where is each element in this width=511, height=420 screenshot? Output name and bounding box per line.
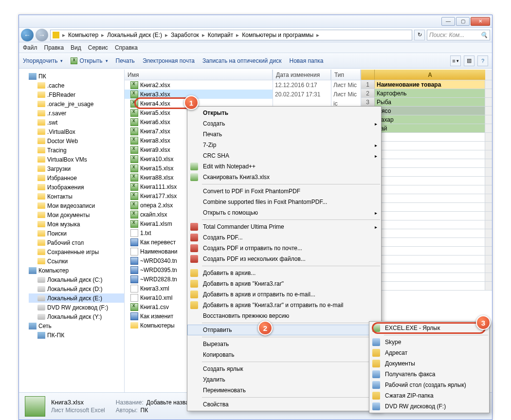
menu-help[interactable]: Справка xyxy=(115,44,138,51)
preview-cell[interactable]: Сахар xyxy=(375,115,485,124)
preview-cell[interactable] xyxy=(375,212,485,220)
menu-item[interactable]: Edit with Notepad++ xyxy=(187,161,381,172)
file-row[interactable]: Книга2.xlsx xyxy=(125,80,273,90)
tree-item[interactable]: .FBReader xyxy=(29,90,124,99)
menu-item[interactable]: Сканировать Книга3.xlsx xyxy=(187,172,381,183)
preview-cell[interactable] xyxy=(375,142,485,150)
col-type[interactable]: Тип xyxy=(331,70,361,80)
menu-item[interactable]: DVD RW дисковод (F:) xyxy=(369,401,489,412)
view-button[interactable]: ≡ xyxy=(450,55,461,66)
tree-item[interactable]: Локальный диск (C:) xyxy=(29,275,124,284)
preview-cell[interactable] xyxy=(375,194,485,202)
forward-button[interactable]: → xyxy=(36,29,48,41)
menu-item[interactable]: Combine supported files in Foxit Phantom… xyxy=(187,197,381,207)
bc-item[interactable]: Копирайт xyxy=(206,32,235,38)
menu-item[interactable]: Открыть с помощью xyxy=(187,207,381,218)
breadcrumb[interactable]: ▸ Компьютер▸ Локальный диск (E:)▸ Зарабо… xyxy=(50,30,412,40)
tree-item[interactable]: VirtualBox VMs xyxy=(29,155,124,164)
preview-cell[interactable] xyxy=(375,238,485,246)
menu-item[interactable]: Создать PDF из нескольких файлов... xyxy=(187,254,381,264)
bc-item[interactable]: Компьютер xyxy=(66,32,100,38)
menu-item[interactable]: Сжатая ZIP-папка xyxy=(369,390,489,401)
menu-item[interactable]: Документы xyxy=(369,358,489,369)
maximize-button[interactable]: ▢ xyxy=(456,17,470,26)
preview-cell[interactable] xyxy=(375,220,485,229)
menu-item[interactable]: Печать xyxy=(187,129,381,140)
tree-item[interactable]: .r.saver xyxy=(29,109,124,118)
search-input[interactable]: Поиск: Ком... 🔍 xyxy=(427,30,490,40)
menu-item[interactable]: Создать PDF и отправить по почте... xyxy=(187,243,381,254)
tree-item[interactable]: Локальный диск (D:) xyxy=(29,284,124,293)
refresh-button[interactable]: ↻ xyxy=(414,30,425,40)
open-button[interactable]: Открыть xyxy=(71,57,108,64)
preview-cell[interactable] xyxy=(375,282,485,290)
menu-item[interactable]: Добавить в архив "Книга3.rar" xyxy=(187,278,381,289)
preview-cell[interactable]: Чай xyxy=(375,124,485,132)
row-header[interactable]: 2 xyxy=(361,89,375,97)
tree-item[interactable]: .VirtualBox xyxy=(29,127,124,136)
preview-cell[interactable] xyxy=(375,185,485,194)
preview-cell[interactable] xyxy=(375,133,485,141)
menu-item[interactable]: Переименовать xyxy=(187,385,381,396)
col-header-a[interactable]: A xyxy=(375,70,485,80)
row-header[interactable]: 3 xyxy=(361,98,375,106)
context-menu[interactable]: ОткрытьСоздатьПечать7-ZipCRC SHAEdit wit… xyxy=(187,106,382,411)
preview-cell[interactable] xyxy=(375,247,485,255)
tree-item[interactable]: Загрузки xyxy=(29,164,124,173)
menu-item[interactable]: Создать PDF... xyxy=(187,232,381,243)
folder-tree[interactable]: ПК.cache.FBReader.oracle_jre_usage.r.sav… xyxy=(19,70,125,392)
bc-item[interactable]: Локальный диск (E:) xyxy=(105,32,164,38)
preview-cell[interactable]: Рыба xyxy=(375,98,485,106)
tree-item[interactable]: .swt xyxy=(29,118,124,127)
tree-item[interactable]: .oracle_jre_usage xyxy=(29,99,124,109)
tree-item[interactable]: Tracing xyxy=(29,146,124,155)
tree-item[interactable]: Ссылки xyxy=(29,256,124,266)
tree-item[interactable]: Мои видеозаписи xyxy=(29,201,124,210)
help-button[interactable]: ? xyxy=(477,55,488,66)
menu-item[interactable]: Skype xyxy=(369,337,489,347)
tree-item[interactable]: ПК xyxy=(29,72,124,81)
menu-tools[interactable]: Сервис xyxy=(88,44,108,51)
menu-item[interactable]: Добавить в архив и отправить по e-mail..… xyxy=(187,289,381,300)
tree-item[interactable]: Изображения xyxy=(29,183,124,192)
tree-item[interactable]: Сохраненные игры xyxy=(29,247,124,256)
print-button[interactable]: Печать xyxy=(116,57,135,64)
sendto-submenu[interactable]: EXCEL.EXE - ЯрлыкSkypeАдресатДокументыПо… xyxy=(369,321,490,413)
menu-item[interactable]: Получатель факса xyxy=(369,369,489,380)
menu-item[interactable]: Открыть xyxy=(187,108,381,118)
preview-cell[interactable]: Мясо xyxy=(375,107,485,115)
preview-cell[interactable] xyxy=(375,177,485,185)
preview-cell[interactable] xyxy=(375,264,485,273)
preview-pane-button[interactable]: ▥ xyxy=(464,55,474,66)
preview-cell[interactable] xyxy=(375,256,485,264)
menu-item[interactable]: 7-Zip xyxy=(187,140,381,150)
tree-item[interactable]: Избранное xyxy=(29,173,124,183)
menu-item[interactable]: Отправить xyxy=(187,325,381,335)
menu-item[interactable]: Total Commander Ultima Prime xyxy=(187,221,381,232)
tree-item[interactable]: Контакты xyxy=(29,192,124,201)
bc-item[interactable]: Заработок xyxy=(169,32,201,38)
close-button[interactable]: ✕ xyxy=(471,17,490,26)
col-date[interactable]: Дата изменения xyxy=(273,70,331,80)
menu-item[interactable]: EXCEL.EXE - Ярлык xyxy=(369,323,489,333)
tree-item[interactable]: Мои документы xyxy=(29,210,124,219)
tree-item[interactable]: Локальный диск (E:) xyxy=(29,293,124,303)
preview-cell[interactable]: Наименование товара xyxy=(375,80,485,89)
menu-item[interactable]: Вырезать xyxy=(187,339,381,349)
menu-file[interactable]: Файл xyxy=(23,44,37,51)
menu-item[interactable]: Свойства xyxy=(187,399,381,410)
bc-item[interactable]: Компьютеры и программы xyxy=(240,32,315,38)
file-row[interactable]: Книга3.xlsx xyxy=(125,90,273,99)
menu-item[interactable]: Convert to PDF in Foxit PhantomPDF xyxy=(187,186,381,197)
minimize-button[interactable]: — xyxy=(441,17,455,26)
tree-item[interactable]: ПК-ПК xyxy=(29,330,124,340)
menu-item[interactable]: Адресат xyxy=(369,347,489,358)
preview-cell[interactable] xyxy=(375,150,485,159)
tree-item[interactable]: Рабочий стол xyxy=(29,238,124,247)
menu-edit[interactable]: Правка xyxy=(44,44,64,51)
tree-item[interactable]: DVD RW дисковод (F:) xyxy=(29,303,124,312)
menu-item[interactable]: Удалить xyxy=(187,374,381,385)
mail-button[interactable]: Электронная почта xyxy=(143,57,195,64)
preview-cell[interactable]: Картофель xyxy=(375,89,485,97)
preview-cell[interactable] xyxy=(375,168,485,176)
